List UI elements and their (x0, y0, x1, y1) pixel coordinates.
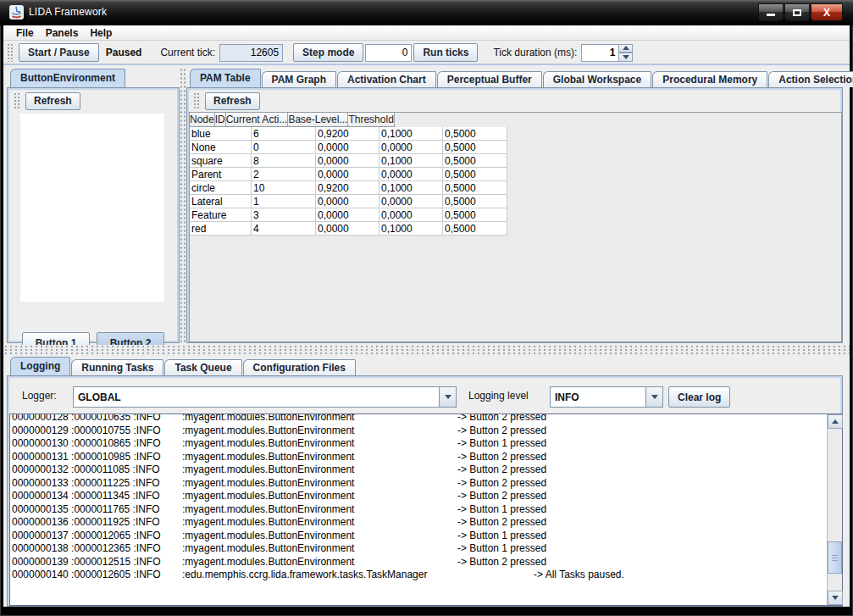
log-line: 0000000132 :0000011085 :INFO :myagent.mo… (10, 463, 827, 477)
minimize-icon (767, 14, 775, 16)
menu-item[interactable]: Panels (40, 25, 85, 41)
toolbar-grip-icon[interactable] (193, 92, 200, 109)
environment-panel: ButtonEnvironment Refresh Button 1 Butto… (7, 68, 180, 343)
tab-running-tasks[interactable]: Running Tasks (71, 359, 163, 375)
log-line: 0000000138 :0000012365 :INFO :myagent.mo… (10, 542, 827, 556)
clear-log-button[interactable]: Clear log (668, 386, 730, 408)
run-ticks-button[interactable]: Run ticks (413, 43, 478, 62)
log-line: 0000000133 :0000011225 :INFO :myagent.mo… (10, 477, 827, 491)
logger-label: Logger: (22, 390, 57, 402)
tab-configuration-files[interactable]: Configuration Files (243, 359, 356, 375)
log-line: 0000000139 :0000012515 :INFO :myagent.mo… (10, 556, 827, 569)
scroll-up-icon (832, 419, 839, 424)
tick-duration-label: Tick duration (ms): (493, 47, 577, 58)
environment-content: Refresh Button 1 Button 2 (7, 87, 180, 343)
title-bar[interactable]: LIDA Framework X (0, 0, 853, 25)
pam-table-scrollpane[interactable]: NodeIDCurrent Acti...Base-Level...Thresh… (189, 112, 842, 342)
maximize-button[interactable] (784, 3, 810, 21)
log-line: 0000000140 :0000012605 :INFO :edu.memphi… (10, 569, 827, 582)
horizontal-splitter[interactable] (3, 345, 850, 356)
column-header[interactable]: Current Acti... (226, 113, 289, 127)
tab-global-workspace[interactable]: Global Workspace (543, 71, 651, 87)
close-button[interactable]: X (811, 3, 843, 21)
main-toolbar: Start / Pause Paused Current tick: 12605… (3, 42, 850, 65)
log-lines: 0000000128 :0000010635 :INFO :myagent.mo… (10, 414, 827, 582)
table-row[interactable]: red 4 0,0000 0,1000 0,5000 (190, 222, 507, 236)
log-line: 0000000131 :0000010985 :INFO :myagent.mo… (10, 451, 827, 464)
log-line: 0000000128 :0000010635 :INFO :myagent.mo… (10, 414, 827, 425)
current-tick-field[interactable]: 12605 (219, 44, 283, 62)
log-line: 0000000135 :0000011765 :INFO :myagent.mo… (10, 503, 827, 517)
bottom-tabs: LoggingRunning TasksTask QueueConfigurat… (7, 356, 843, 375)
column-header[interactable]: Base-Level... (288, 113, 348, 127)
tab-pam-graph[interactable]: PAM Graph (262, 71, 336, 87)
combo-arrow-button[interactable] (439, 387, 456, 407)
step-mode-button[interactable]: Step mode (293, 43, 363, 62)
column-header[interactable]: Threshold (348, 113, 394, 127)
logger-combobox-value: GLOBAL (74, 387, 439, 407)
run-status-label: Paused (106, 47, 142, 58)
java-logo-icon (9, 5, 24, 19)
table-row[interactable]: Parent 2 0,0000 0,0000 0,5000 (190, 168, 507, 181)
scroll-down-button[interactable] (828, 591, 843, 605)
tab-procedural-memory[interactable]: Procedural Memory (652, 71, 767, 87)
environment-refresh-button[interactable]: Refresh (25, 92, 80, 110)
environment-tabs: ButtonEnvironment (7, 68, 180, 87)
log-line: 0000000129 :0000010755 :INFO :myagent.mo… (10, 425, 827, 438)
tab-buttonenvironment[interactable]: ButtonEnvironment (10, 69, 125, 87)
pam-table-content: Refresh NodeIDCurrent Acti...Base-Level.… (186, 87, 843, 343)
table-row[interactable]: None 0 0,0000 0,0000 0,5000 (190, 141, 507, 154)
menu-item[interactable]: Help (84, 25, 118, 41)
vertical-splitter[interactable] (180, 68, 186, 343)
chevron-down-icon (445, 395, 451, 399)
app-window: LIDA Framework X FilePanelsHelp Start / … (0, 0, 853, 616)
tab-action-selection[interactable]: Action Selection (768, 71, 853, 87)
tab-perceptual-buffer[interactable]: Perceptual Buffer (437, 71, 542, 87)
logging-level-combobox[interactable]: INFO (550, 386, 663, 408)
log-text-view[interactable]: 0000000128 :0000010635 :INFO :myagent.mo… (10, 414, 827, 605)
spinner-down-icon (623, 55, 629, 59)
app-body: FilePanelsHelp Start / Pause Paused Curr… (3, 25, 850, 607)
tick-duration-field[interactable]: 1 (581, 44, 619, 62)
table-row[interactable]: circle 10 0,9200 0,1000 0,5000 (190, 181, 507, 195)
toolbar-grip-icon[interactable] (14, 92, 20, 109)
table-row[interactable]: square 8 0,0000 0,1000 0,5000 (190, 154, 507, 168)
pam-toolbar: Refresh (190, 91, 260, 111)
menu-item[interactable]: File (10, 25, 40, 41)
pam-table: NodeIDCurrent Acti...Base-Level...Thresh… (190, 113, 507, 236)
scroll-down-icon (832, 596, 839, 600)
tab-pam-table[interactable]: PAM Table (190, 69, 261, 87)
window-title: LIDA Framework (29, 6, 107, 18)
toolbar-grip-icon[interactable] (7, 43, 14, 62)
minimize-button[interactable] (758, 3, 784, 21)
module-panel: PAM TablePAM GraphActivation ChartPercep… (186, 68, 843, 343)
close-icon: X (823, 8, 830, 18)
scroll-up-button[interactable] (828, 414, 843, 429)
table-row[interactable]: Feature 3 0,0000 0,0000 0,5000 (190, 208, 507, 222)
tick-duration-spinner[interactable]: 1 (581, 44, 633, 62)
logging-level-label: Logging level (468, 390, 529, 402)
spinner-up-button[interactable] (619, 44, 633, 53)
main-split-area: ButtonEnvironment Refresh Button 1 Butto… (3, 65, 850, 345)
column-header[interactable]: Node (190, 113, 215, 127)
run-ticks-field[interactable]: 0 (365, 44, 412, 62)
start-pause-button[interactable]: Start / Pause (19, 43, 99, 62)
tab-logging[interactable]: Logging (10, 357, 70, 375)
pam-refresh-button[interactable]: Refresh (205, 92, 260, 110)
scrollbar-thumb[interactable] (828, 541, 842, 574)
table-row[interactable]: Lateral 1 0,0000 0,0000 0,5000 (190, 195, 507, 208)
table-body: blue 6 0,9200 0,1000 0,5000 None (190, 127, 507, 236)
bottom-panel: LoggingRunning TasksTask QueueConfigurat… (7, 356, 843, 607)
tab-task-queue[interactable]: Task Queue (164, 359, 241, 375)
combo-arrow-button[interactable] (645, 387, 662, 407)
maximize-icon (793, 9, 801, 16)
spinner-down-button[interactable] (619, 53, 633, 62)
log-line: 0000000137 :0000012065 :INFO :myagent.mo… (10, 530, 827, 543)
module-tabs: PAM TablePAM GraphActivation ChartPercep… (186, 68, 843, 87)
tab-activation-chart[interactable]: Activation Chart (337, 71, 436, 87)
log-area: 0000000128 :0000010635 :INFO :myagent.mo… (9, 413, 843, 606)
column-header[interactable]: ID (215, 113, 226, 127)
table-row[interactable]: blue 6 0,9200 0,1000 0,5000 (190, 127, 507, 141)
log-scrollbar[interactable] (827, 414, 842, 605)
logger-combobox[interactable]: GLOBAL (73, 386, 457, 408)
